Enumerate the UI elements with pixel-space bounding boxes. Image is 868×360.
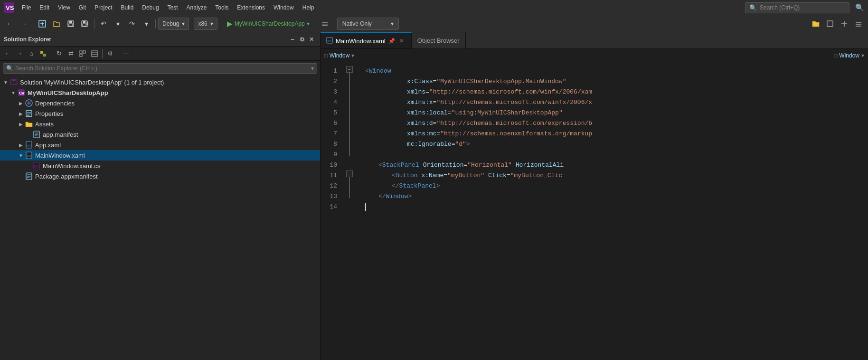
tree-item-app-xaml[interactable]: ▶ </> App.xaml [0,140,320,150]
sol-search-options-icon[interactable]: ▾ [311,65,314,72]
sol-refresh-btn[interactable]: ⇄ [65,48,76,59]
attr-xmlns-x: xmlns:x [407,97,433,108]
svg-rect-10 [83,24,86,26]
run-extra-btn[interactable] [318,17,331,30]
toolbar-extra1[interactable] [823,17,837,30]
global-search-box[interactable]: 🔍 Search (Ctrl+Q) [745,2,849,13]
tab-object-browser[interactable]: Object Browser [412,32,466,48]
svg-text:</>: </> [27,144,31,147]
svg-text:</>: </> [327,39,331,42]
undo-btn[interactable]: ↶ [97,17,110,30]
redo-btn[interactable]: ↷ [125,17,139,30]
menu-extensions[interactable]: Extensions [233,2,269,13]
menu-debug[interactable]: Debug [138,2,162,13]
save-btn[interactable] [64,17,77,30]
tree-item-dependencies[interactable]: ▶ Dependencies [0,98,320,108]
tab-mainwindow-xaml[interactable]: </> MainWindow.xaml 📌 ✕ [321,32,412,48]
line-num-3: 3 [321,87,344,97]
menu-project[interactable]: Project [91,2,116,13]
menu-tools[interactable]: Tools [211,2,232,13]
svg-rect-16 [322,25,328,26]
debug-config-label: Debug [162,20,179,27]
code-line-1: <Window [365,66,868,76]
tab-object-browser-label: Object Browser [417,37,460,44]
bracket-1: < [365,66,369,76]
tab-mainwindow-close[interactable]: ✕ [398,37,406,45]
code-line-3: xmlns="http://schemas.microsoft.com/winf… [365,87,868,97]
attr-mc-ignorable: mc:Ignorable [407,139,452,150]
tree-item-solution[interactable]: ▼ Solution 'MyWinUICSharDesktopApp' (1 o… [0,77,320,87]
breadcrumb-dropdown-arrow-left[interactable]: ▾ [351,52,354,59]
redo-dropdown-btn[interactable]: ▾ [140,17,153,30]
sol-props-btn[interactable]: ⚙ [104,48,116,59]
tree-item-assets[interactable]: ▶ Assets [0,119,320,129]
properties-arrow: ▶ [17,111,25,116]
solution-search-box[interactable]: 🔍 ▾ [3,63,317,74]
sep1 [33,19,33,28]
sol-show-all-btn[interactable] [89,48,100,59]
menu-view[interactable]: View [54,2,74,13]
menu-analyze[interactable]: Analyze [183,2,211,13]
native-only-dropdown[interactable]: Native Only ▾ [337,18,399,30]
debug-config-dropdown[interactable]: Debug ▾ [158,18,189,30]
attr-xmlns: xmlns [407,87,425,97]
tree-item-mainwindow-xaml[interactable]: ▼ </> MainWindow.xaml [0,150,320,161]
val-xmlns: "http://schemas.microsoft.com/winfx/2006… [429,87,592,97]
sol-collapse-btn[interactable] [77,48,88,59]
code-content[interactable]: <Window x:Class="MyWinUICSharDesktopApp.… [356,62,868,360]
code-line-2: x:Class="MyWinUICSharDesktopApp.MainWind… [365,76,868,87]
float-panel-btn[interactable]: ⧉ [297,35,307,44]
breadcrumb-left: □ Window ▾ [324,52,354,59]
fold-line-1 [349,73,350,156]
line-num-12: 12 [321,181,344,191]
solution-search-input[interactable] [15,65,309,72]
tree-item-package-manifest[interactable]: ▶ Package.appxmanifest [0,171,320,181]
fold-icon-10[interactable]: − [346,171,353,177]
tree-item-app-manifest[interactable]: ▶ app.manifest [0,129,320,140]
undo-dropdown-btn[interactable]: ▾ [111,17,124,30]
val-xmlns-local: "using:MyWinUICSharDesktopApp" [452,108,563,118]
sol-sync-btn[interactable]: ↻ [53,48,65,59]
open-btn[interactable] [50,17,63,30]
menu-test[interactable]: Test [164,2,182,13]
pin-panel-btn[interactable]: ‒ [288,35,297,44]
line-num-1: 1 [321,66,344,76]
breadcrumb-dropdown-arrow-right[interactable]: ▾ [861,52,864,59]
menu-help[interactable]: Help [299,2,318,13]
menu-git[interactable]: Git [75,2,90,13]
menu-edit[interactable]: Edit [36,2,53,13]
svg-text:C#: C# [34,164,39,169]
menu-file[interactable]: File [18,2,35,13]
menu-build[interactable]: Build [117,2,138,13]
sol-sep2 [102,49,103,58]
back-btn[interactable]: ← [3,17,16,30]
tree-item-properties[interactable]: ▶ Properties [0,108,320,119]
sol-sep1 [51,49,51,58]
save-all-btn[interactable] [78,17,92,30]
close-panel-btn[interactable]: ✕ [307,35,316,44]
sol-filter-btn[interactable]: ― [120,48,132,59]
folder-view-btn[interactable] [809,17,822,30]
sol-class-view-btn[interactable] [38,48,49,59]
sol-forward-btn[interactable]: → [14,48,25,59]
search-placeholder: Search (Ctrl+Q) [760,4,800,11]
new-project-btn[interactable] [36,17,49,30]
mainwindow-cs-arrow: ▶ [25,163,32,169]
toolbar-extra2[interactable] [838,17,851,30]
forward-btn[interactable]: → [17,17,30,30]
platform-dropdown[interactable]: x86 ▾ [194,18,217,30]
toolbar-extra3[interactable] [852,17,865,30]
attr-xmlns-local: xmlns:local [407,108,448,118]
sol-back-btn[interactable]: ← [2,48,13,59]
search-magnify-icon[interactable]: 🔍 [855,3,864,12]
xaml-icon: </> [25,141,33,149]
sol-home-btn[interactable]: ⌂ [26,48,37,59]
sol-search-icon: 🔍 [6,65,13,72]
run-button[interactable]: ▶ MyWinUICSharDesktopApp ▾ [223,18,313,29]
fold-icon-1[interactable]: − [346,66,353,73]
line-numbers: 1 2 3 4 5 6 7 8 9 10 11 12 13 14 [321,62,344,360]
mainwindow-cs-label: MainWindow.xaml.cs [43,162,100,170]
tree-item-project[interactable]: ▼ C# MyWinUICSharDesktopApp [0,87,320,98]
menu-window[interactable]: Window [270,2,298,13]
tree-item-mainwindow-cs[interactable]: ▶ C# MainWindow.xaml.cs [0,161,320,171]
